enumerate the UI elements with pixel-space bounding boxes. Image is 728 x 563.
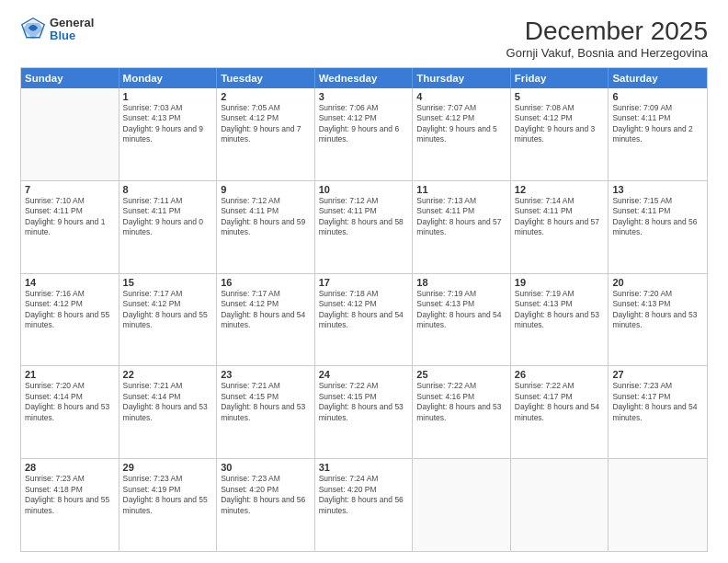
cell-info: Sunrise: 7:08 AMSunset: 4:12 PMDaylight:… bbox=[515, 103, 605, 145]
cell-info: Sunrise: 7:21 AMSunset: 4:14 PMDaylight:… bbox=[123, 381, 213, 423]
date-number: 1 bbox=[123, 91, 213, 102]
logo-icon bbox=[20, 17, 46, 42]
calendar-cell bbox=[21, 88, 119, 180]
calendar-row-0: 1Sunrise: 7:03 AMSunset: 4:13 PMDaylight… bbox=[21, 88, 707, 180]
logo: General Blue bbox=[20, 17, 94, 43]
calendar-row-1: 7Sunrise: 7:10 AMSunset: 4:11 PMDaylight… bbox=[21, 180, 707, 273]
header: General Blue December 2025 Gornji Vakuf,… bbox=[20, 17, 708, 60]
calendar-cell: 25Sunrise: 7:22 AMSunset: 4:16 PMDayligh… bbox=[413, 366, 511, 458]
date-number: 13 bbox=[612, 184, 703, 195]
cell-info: Sunrise: 7:15 AMSunset: 4:11 PMDaylight:… bbox=[612, 196, 703, 238]
calendar-cell: 17Sunrise: 7:18 AMSunset: 4:12 PMDayligh… bbox=[315, 274, 414, 366]
logo-general: General bbox=[50, 17, 94, 29]
calendar-cell: 12Sunrise: 7:14 AMSunset: 4:11 PMDayligh… bbox=[511, 181, 609, 273]
cell-info: Sunrise: 7:22 AMSunset: 4:15 PMDaylight:… bbox=[319, 381, 409, 423]
calendar-cell: 11Sunrise: 7:13 AMSunset: 4:11 PMDayligh… bbox=[413, 181, 511, 273]
cell-info: Sunrise: 7:03 AMSunset: 4:13 PMDaylight:… bbox=[123, 103, 213, 145]
date-number: 2 bbox=[221, 91, 311, 102]
calendar-cell: 16Sunrise: 7:17 AMSunset: 4:12 PMDayligh… bbox=[217, 274, 315, 366]
date-number: 20 bbox=[612, 277, 703, 288]
calendar-cell bbox=[413, 459, 511, 551]
calendar-cell: 6Sunrise: 7:09 AMSunset: 4:11 PMDaylight… bbox=[609, 88, 707, 180]
cell-info: Sunrise: 7:17 AMSunset: 4:12 PMDaylight:… bbox=[123, 289, 213, 331]
calendar-cell: 24Sunrise: 7:22 AMSunset: 4:15 PMDayligh… bbox=[315, 366, 414, 458]
date-number: 6 bbox=[612, 91, 703, 102]
date-number: 31 bbox=[319, 462, 409, 473]
day-name-thursday: Thursday bbox=[413, 68, 511, 88]
cell-info: Sunrise: 7:23 AMSunset: 4:17 PMDaylight:… bbox=[612, 381, 703, 423]
calendar-cell: 5Sunrise: 7:08 AMSunset: 4:12 PMDaylight… bbox=[511, 88, 609, 180]
cell-info: Sunrise: 7:14 AMSunset: 4:11 PMDaylight:… bbox=[515, 196, 605, 238]
calendar-cell: 18Sunrise: 7:19 AMSunset: 4:13 PMDayligh… bbox=[413, 274, 511, 366]
cell-info: Sunrise: 7:20 AMSunset: 4:14 PMDaylight:… bbox=[25, 381, 115, 423]
cell-info: Sunrise: 7:19 AMSunset: 4:13 PMDaylight:… bbox=[416, 289, 506, 331]
date-number: 18 bbox=[416, 277, 506, 288]
title-block: December 2025 Gornji Vakuf, Bosnia and H… bbox=[506, 17, 708, 60]
date-number: 5 bbox=[515, 91, 605, 102]
day-name-sunday: Sunday bbox=[21, 68, 119, 88]
cell-info: Sunrise: 7:12 AMSunset: 4:11 PMDaylight:… bbox=[221, 196, 311, 238]
date-number: 14 bbox=[25, 277, 115, 288]
day-name-monday: Monday bbox=[119, 68, 218, 88]
calendar-cell: 10Sunrise: 7:12 AMSunset: 4:11 PMDayligh… bbox=[315, 181, 414, 273]
date-number: 17 bbox=[319, 277, 409, 288]
date-number: 3 bbox=[319, 91, 409, 102]
cell-info: Sunrise: 7:05 AMSunset: 4:12 PMDaylight:… bbox=[221, 103, 311, 145]
date-number: 15 bbox=[123, 277, 213, 288]
calendar-cell: 15Sunrise: 7:17 AMSunset: 4:12 PMDayligh… bbox=[119, 274, 218, 366]
cell-info: Sunrise: 7:22 AMSunset: 4:16 PMDaylight:… bbox=[416, 381, 506, 423]
calendar-cell: 2Sunrise: 7:05 AMSunset: 4:12 PMDaylight… bbox=[217, 88, 315, 180]
cell-info: Sunrise: 7:11 AMSunset: 4:11 PMDaylight:… bbox=[123, 196, 213, 238]
cell-info: Sunrise: 7:07 AMSunset: 4:12 PMDaylight:… bbox=[416, 103, 506, 145]
calendar-cell: 21Sunrise: 7:20 AMSunset: 4:14 PMDayligh… bbox=[21, 366, 119, 458]
calendar-cell: 3Sunrise: 7:06 AMSunset: 4:12 PMDaylight… bbox=[315, 88, 414, 180]
calendar-cell: 30Sunrise: 7:23 AMSunset: 4:20 PMDayligh… bbox=[217, 459, 315, 551]
logo-blue: Blue bbox=[50, 29, 94, 42]
date-number: 9 bbox=[221, 184, 311, 195]
cell-info: Sunrise: 7:17 AMSunset: 4:12 PMDaylight:… bbox=[221, 289, 311, 331]
calendar: SundayMondayTuesdayWednesdayThursdayFrid… bbox=[20, 67, 708, 552]
date-number: 25 bbox=[416, 369, 506, 380]
calendar-cell: 20Sunrise: 7:20 AMSunset: 4:13 PMDayligh… bbox=[609, 274, 707, 366]
calendar-cell: 27Sunrise: 7:23 AMSunset: 4:17 PMDayligh… bbox=[609, 366, 707, 458]
calendar-cell: 1Sunrise: 7:03 AMSunset: 4:13 PMDaylight… bbox=[119, 88, 218, 180]
cell-info: Sunrise: 7:09 AMSunset: 4:11 PMDaylight:… bbox=[612, 103, 703, 145]
calendar-cell: 7Sunrise: 7:10 AMSunset: 4:11 PMDaylight… bbox=[21, 181, 119, 273]
cell-info: Sunrise: 7:12 AMSunset: 4:11 PMDaylight:… bbox=[319, 196, 409, 238]
calendar-cell: 13Sunrise: 7:15 AMSunset: 4:11 PMDayligh… bbox=[609, 181, 707, 273]
cell-info: Sunrise: 7:06 AMSunset: 4:12 PMDaylight:… bbox=[319, 103, 409, 145]
cell-info: Sunrise: 7:10 AMSunset: 4:11 PMDaylight:… bbox=[25, 196, 115, 238]
date-number: 11 bbox=[416, 184, 506, 195]
calendar-cell bbox=[511, 459, 609, 551]
cell-info: Sunrise: 7:23 AMSunset: 4:18 PMDaylight:… bbox=[25, 474, 115, 516]
logo-text: General Blue bbox=[50, 17, 94, 43]
calendar-cell: 14Sunrise: 7:16 AMSunset: 4:12 PMDayligh… bbox=[21, 274, 119, 366]
date-number: 29 bbox=[123, 462, 213, 473]
page: General Blue December 2025 Gornji Vakuf,… bbox=[0, 0, 728, 563]
calendar-subtitle: Gornji Vakuf, Bosnia and Herzegovina bbox=[506, 46, 708, 60]
date-number: 23 bbox=[221, 369, 311, 380]
calendar-cell: 23Sunrise: 7:21 AMSunset: 4:15 PMDayligh… bbox=[217, 366, 315, 458]
cell-info: Sunrise: 7:18 AMSunset: 4:12 PMDaylight:… bbox=[319, 289, 409, 331]
day-name-friday: Friday bbox=[511, 68, 609, 88]
cell-info: Sunrise: 7:20 AMSunset: 4:13 PMDaylight:… bbox=[612, 289, 703, 331]
day-name-wednesday: Wednesday bbox=[315, 68, 414, 88]
cell-info: Sunrise: 7:13 AMSunset: 4:11 PMDaylight:… bbox=[416, 196, 506, 238]
date-number: 21 bbox=[25, 369, 115, 380]
date-number: 30 bbox=[221, 462, 311, 473]
date-number: 24 bbox=[319, 369, 409, 380]
calendar-cell: 28Sunrise: 7:23 AMSunset: 4:18 PMDayligh… bbox=[21, 459, 119, 551]
calendar-header: SundayMondayTuesdayWednesdayThursdayFrid… bbox=[21, 68, 707, 88]
calendar-row-2: 14Sunrise: 7:16 AMSunset: 4:12 PMDayligh… bbox=[21, 273, 707, 366]
cell-info: Sunrise: 7:19 AMSunset: 4:13 PMDaylight:… bbox=[515, 289, 605, 331]
date-number: 16 bbox=[221, 277, 311, 288]
calendar-cell: 31Sunrise: 7:24 AMSunset: 4:20 PMDayligh… bbox=[315, 459, 414, 551]
date-number: 28 bbox=[25, 462, 115, 473]
calendar-row-3: 21Sunrise: 7:20 AMSunset: 4:14 PMDayligh… bbox=[21, 365, 707, 458]
calendar-cell: 22Sunrise: 7:21 AMSunset: 4:14 PMDayligh… bbox=[119, 366, 218, 458]
day-name-tuesday: Tuesday bbox=[217, 68, 315, 88]
calendar-body: 1Sunrise: 7:03 AMSunset: 4:13 PMDaylight… bbox=[21, 88, 707, 551]
date-number: 10 bbox=[319, 184, 409, 195]
date-number: 7 bbox=[25, 184, 115, 195]
date-number: 26 bbox=[515, 369, 605, 380]
